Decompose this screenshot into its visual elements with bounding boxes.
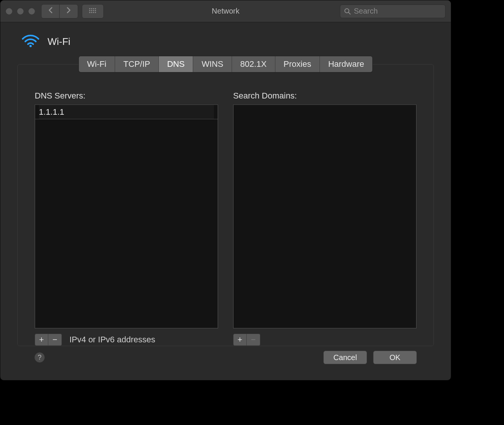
svg-point-6 xyxy=(93,10,94,11)
footer: ? Cancel OK xyxy=(17,346,434,373)
domains-add-button[interactable]: + xyxy=(233,334,247,346)
ok-button[interactable]: OK xyxy=(373,351,417,364)
svg-point-8 xyxy=(89,12,90,13)
tab-wins[interactable]: WINS xyxy=(193,56,232,72)
tab-hardware[interactable]: Hardware xyxy=(320,56,372,72)
search-field[interactable] xyxy=(340,5,446,18)
close-window-button[interactable] xyxy=(6,8,12,15)
forward-button[interactable] xyxy=(60,5,78,18)
dns-servers-list[interactable] xyxy=(35,105,218,328)
search-domains-column: Search Domains: + − xyxy=(233,91,416,346)
minimize-window-button[interactable] xyxy=(17,8,24,15)
dns-servers-column: DNS Servers: + − IPv4 or IPv6 addresses xyxy=(35,91,218,346)
search-input[interactable] xyxy=(354,7,449,15)
svg-point-9 xyxy=(91,12,92,13)
cancel-button[interactable]: Cancel xyxy=(323,351,367,364)
network-preferences-window: Network Wi-Fi Wi-FiT xyxy=(0,0,451,380)
search-icon xyxy=(344,8,351,15)
nav-back-forward xyxy=(41,4,78,18)
svg-point-3 xyxy=(95,8,96,9)
window-controls xyxy=(6,8,35,15)
connection-name: Wi-Fi xyxy=(48,36,71,48)
domains-remove-button[interactable]: − xyxy=(247,334,260,346)
svg-point-10 xyxy=(93,12,94,13)
tab-bar: Wi-FiTCP/IPDNSWINS802.1XProxiesHardware xyxy=(78,56,373,72)
dns-add-button[interactable]: + xyxy=(35,334,48,346)
search-domains-list[interactable] xyxy=(233,105,416,328)
tab-802-1x[interactable]: 802.1X xyxy=(232,56,275,72)
dns-columns: DNS Servers: + − IPv4 or IPv6 addresses … xyxy=(18,80,433,346)
search-domains-label: Search Domains: xyxy=(233,91,416,101)
connection-header: Wi-Fi xyxy=(17,34,434,50)
help-button[interactable]: ? xyxy=(34,352,45,363)
svg-point-4 xyxy=(89,10,90,11)
titlebar: Network xyxy=(0,0,451,22)
content-area: Wi-Fi Wi-FiTCP/IPDNSWINS802.1XProxiesHar… xyxy=(0,22,451,380)
dns-add-remove-group: + − xyxy=(35,334,62,346)
grid-icon xyxy=(89,7,97,15)
svg-point-2 xyxy=(93,8,94,9)
dns-server-row[interactable] xyxy=(35,105,218,119)
svg-point-7 xyxy=(95,10,96,11)
svg-point-11 xyxy=(95,12,96,13)
tab-wi-fi[interactable]: Wi-Fi xyxy=(79,56,115,72)
back-button[interactable] xyxy=(41,5,60,18)
svg-point-1 xyxy=(91,8,92,9)
chevron-right-icon xyxy=(66,7,71,15)
dns-server-input[interactable] xyxy=(39,105,214,119)
dns-remove-button[interactable]: − xyxy=(48,334,62,346)
tab-proxies[interactable]: Proxies xyxy=(275,56,320,72)
zoom-window-button[interactable] xyxy=(28,8,35,15)
tab-dns[interactable]: DNS xyxy=(159,56,193,72)
svg-point-0 xyxy=(89,8,90,9)
show-all-button[interactable] xyxy=(82,4,104,18)
tab-tcp-ip[interactable]: TCP/IP xyxy=(115,56,159,72)
chevron-left-icon xyxy=(48,7,53,15)
wifi-icon xyxy=(21,34,40,50)
svg-line-13 xyxy=(349,12,350,14)
svg-point-14 xyxy=(29,45,32,47)
dns-hint: IPv4 or IPv6 addresses xyxy=(69,335,155,345)
svg-point-5 xyxy=(91,10,92,11)
dns-servers-label: DNS Servers: xyxy=(35,91,218,101)
tab-panel: DNS Servers: + − IPv4 or IPv6 addresses … xyxy=(17,64,434,346)
domains-add-remove-group: + − xyxy=(233,334,260,346)
